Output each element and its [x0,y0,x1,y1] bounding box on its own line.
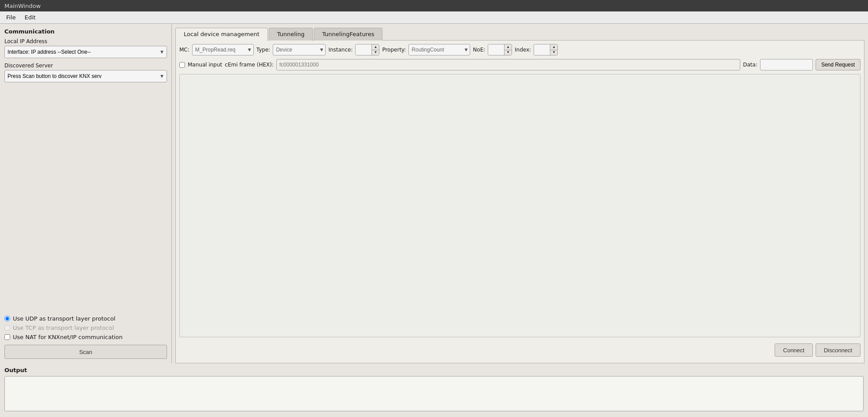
noe-down-btn[interactable]: ▼ [504,50,512,55]
menu-bar: File Edit [0,11,868,24]
nat-checkbox[interactable] [4,334,10,340]
nat-checkbox-group: Use NAT for KNXnet/IP communication [4,334,167,340]
tcp-radio-label[interactable]: Use TCP as transport layer protocol [4,325,167,331]
index-spinner: 0 ▲ ▼ [534,44,558,55]
udp-radio-group: Use UDP as transport layer protocol [4,315,167,322]
instance-input[interactable]: 1 [356,44,371,55]
manual-input-row: Manual input cEmi frame (HEX): Data: Sen… [179,59,861,70]
main-content-area [179,74,861,337]
noe-input[interactable]: 1 [488,44,504,55]
tab-local-device-management[interactable]: Local device management [175,28,268,41]
bottom-buttons: Connect Disconnect [179,341,861,359]
controls-row-1: MC: M_PropRead.req Type: Device [179,44,861,55]
left-panel: Communication Local IP Address Interface… [0,24,172,363]
instance-label: Instance: [328,47,352,53]
tcp-radio-group: Use TCP as transport layer protocol [4,325,167,331]
noe-spinner-buttons: ▲ ▼ [504,44,512,55]
cemi-frame-input[interactable] [276,59,740,70]
property-select[interactable]: RoutingCount [408,44,470,55]
type-label: Type: [256,47,271,53]
tab-tunneling-features[interactable]: TunnelingFeatures [314,28,382,41]
index-spinner-buttons: ▲ ▼ [550,44,557,55]
scan-button[interactable]: Scan [4,345,167,359]
send-request-button[interactable]: Send Request [816,59,861,70]
udp-radio-label[interactable]: Use UDP as transport layer protocol [4,315,167,322]
output-section: Output [0,363,868,417]
tab-tunneling[interactable]: Tunneling [269,28,313,41]
discovered-server-group: Discovered Server Press Scan button to d… [4,63,167,82]
tcp-radio[interactable] [4,325,10,331]
mc-select-wrapper: M_PropRead.req [192,44,254,55]
property-label: Property: [382,47,406,53]
discovered-server-select[interactable]: Press Scan button to discover KNX serv [4,70,167,82]
tab-bar: Local device management Tunneling Tunnel… [175,27,864,41]
local-ip-select-wrapper: Interface: IP address --Select One-- [4,46,167,58]
index-down-btn[interactable]: ▼ [550,50,557,55]
manual-input-checkbox[interactable] [179,62,185,68]
output-title: Output [4,367,864,373]
discovered-server-label: Discovered Server [4,63,167,69]
window-title: MainWindow [4,3,41,9]
local-ip-select[interactable]: Interface: IP address --Select One-- [4,46,167,58]
noe-spinner: 1 ▲ ▼ [488,44,512,55]
output-textarea[interactable] [4,376,864,411]
right-panel: Local device management Tunneling Tunnel… [172,24,868,363]
menu-edit[interactable]: Edit [20,12,40,23]
noe-label: NoE: [473,47,485,53]
type-select-wrapper: Device [273,44,326,55]
title-bar: MainWindow [0,0,868,11]
instance-up-btn[interactable]: ▲ [372,44,379,50]
index-input[interactable]: 0 [534,44,550,55]
communication-section-title: Communication [4,28,167,35]
local-ip-label: Local IP Address [4,38,167,44]
local-ip-group: Local IP Address Interface: IP address -… [4,38,167,58]
cemi-frame-label: cEmi frame (HEX): [225,62,274,68]
mc-label: MC: [179,47,189,53]
instance-down-btn[interactable]: ▼ [372,50,379,55]
udp-radio[interactable] [4,316,10,321]
instance-spinner: 1 ▲ ▼ [355,44,379,55]
tab-content: MC: M_PropRead.req Type: Device [175,41,864,363]
manual-input-label: Manual input [188,62,222,68]
instance-spinner-buttons: ▲ ▼ [371,44,379,55]
noe-up-btn[interactable]: ▲ [504,44,512,50]
index-up-btn[interactable]: ▲ [550,44,557,50]
type-select[interactable]: Device [273,44,326,55]
disconnect-button[interactable]: Disconnect [816,343,861,357]
data-input[interactable] [760,59,813,70]
index-label: Index: [515,47,531,53]
property-select-wrapper: RoutingCount [408,44,470,55]
connect-button[interactable]: Connect [775,343,812,357]
discovered-server-select-wrapper: Press Scan button to discover KNX serv [4,70,167,82]
data-label: Data: [743,62,757,68]
mc-select[interactable]: M_PropRead.req [192,44,254,55]
menu-file[interactable]: File [2,12,20,23]
